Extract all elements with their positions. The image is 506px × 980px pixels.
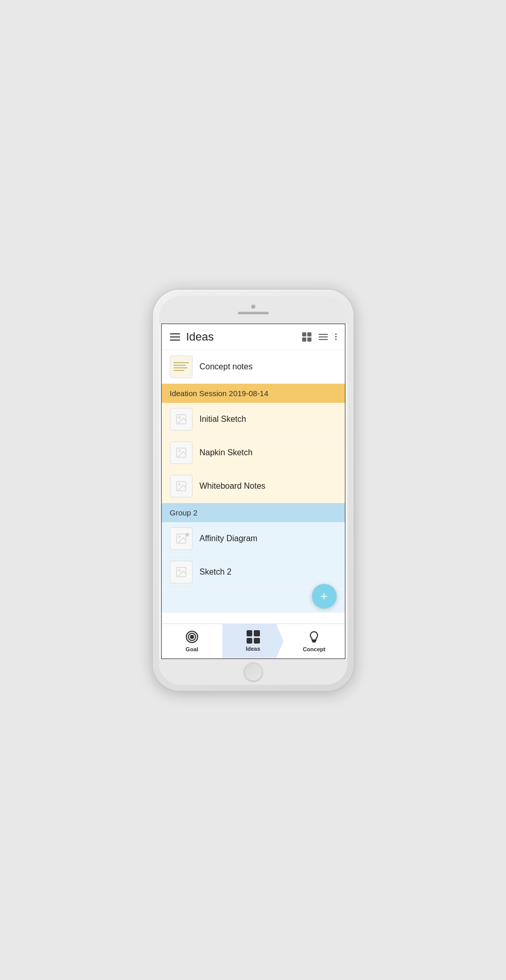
grid-view-button[interactable] — [302, 332, 311, 342]
tab-ideas[interactable]: Ideas — [222, 624, 284, 658]
group-section-blue: Affinity Diagram Sk — [162, 522, 345, 589]
item-thumbnail — [170, 475, 193, 497]
menu-button[interactable] — [170, 333, 180, 341]
item-thumbnail — [170, 355, 193, 378]
camera-dot — [251, 305, 255, 309]
item-thumbnail — [170, 561, 193, 583]
list-item[interactable]: Initial Sketch — [162, 403, 345, 436]
item-label: Napkin Sketch — [200, 448, 253, 457]
tab-concept-label: Concept — [303, 646, 325, 652]
ideas-grid-icon — [247, 630, 260, 644]
group-header-group2[interactable]: Group 2 — [162, 503, 345, 522]
fab-container: + — [162, 589, 345, 613]
add-button[interactable]: + — [312, 584, 337, 609]
item-thumbnail — [170, 527, 193, 550]
more-options-button[interactable] — [335, 333, 337, 340]
item-label: Initial Sketch — [200, 415, 247, 424]
item-label: Concept notes — [200, 362, 253, 371]
item-label: Whiteboard Notes — [200, 482, 266, 491]
tab-goal-label: Goal — [186, 646, 198, 652]
image-placeholder-icon — [170, 442, 192, 464]
home-button[interactable] — [244, 663, 263, 681]
goal-icon — [185, 630, 199, 644]
item-thumbnail — [170, 441, 193, 464]
image-placeholder-icon — [170, 475, 192, 497]
svg-marker-8 — [185, 532, 189, 536]
svg-point-10 — [179, 569, 180, 571]
svg-point-5 — [179, 484, 180, 485]
tab-ideas-label: Ideas — [246, 646, 260, 652]
image-placeholder-icon — [170, 408, 192, 430]
svg-point-13 — [190, 635, 194, 638]
phone-bottom-bezel — [159, 659, 347, 685]
tab-concept[interactable]: Concept — [284, 624, 345, 658]
svg-point-1 — [179, 417, 180, 418]
phone-frame: Ideas — [153, 290, 354, 691]
content-area: Concept notes Ideation Session 2019-08-1… — [162, 350, 345, 623]
group-section-amber: Initial Sketch Napk — [162, 403, 345, 503]
list-item[interactable]: Napkin Sketch — [162, 436, 345, 470]
page-title: Ideas — [186, 330, 302, 344]
list-item[interactable]: Affinity Diagram — [162, 522, 345, 556]
notes-preview — [173, 362, 189, 371]
list-view-button[interactable] — [319, 334, 328, 340]
phone-inner: Ideas — [159, 296, 347, 685]
phone-top-bezel — [159, 296, 347, 324]
group-header-ideation[interactable]: Ideation Session 2019-08-14 — [162, 384, 345, 403]
header-actions — [302, 332, 337, 342]
concept-icon — [307, 630, 321, 644]
screen: Ideas — [161, 324, 345, 659]
item-label: Affinity Diagram — [200, 534, 258, 543]
item-thumbnail — [170, 408, 193, 431]
star-icon — [185, 530, 190, 539]
list-item[interactable]: Sketch 2 — [162, 556, 345, 589]
app-header: Ideas — [162, 324, 345, 350]
svg-point-3 — [179, 450, 180, 452]
list-item[interactable]: Whiteboard Notes — [162, 470, 345, 503]
svg-point-7 — [179, 536, 180, 538]
item-label: Sketch 2 — [200, 567, 232, 577]
bottom-nav: Goal Ideas Concept — [162, 623, 345, 658]
tab-goal[interactable]: Goal — [162, 624, 223, 658]
list-item[interactable]: Concept notes — [162, 350, 345, 384]
image-placeholder-icon — [170, 561, 192, 583]
speaker-bar — [238, 312, 269, 314]
